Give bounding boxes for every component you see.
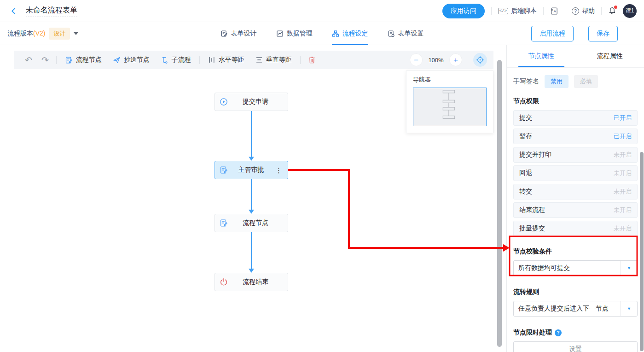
signature-required-option[interactable]: 必填 — [574, 75, 598, 88]
cc-node-icon — [113, 56, 121, 64]
tab-flow-properties[interactable]: 流程属性 — [575, 45, 644, 67]
app-access-button[interactable]: 应用访问 — [442, 4, 485, 18]
chevron-down-icon: ▼ — [621, 261, 637, 276]
signature-label: 手写签名 — [513, 77, 539, 86]
avatar[interactable]: 谭1 — [623, 4, 637, 18]
panel-vertical-scrollbar[interactable] — [640, 152, 644, 351]
flow-setting-icon — [332, 30, 339, 37]
node-label: 主管审批 — [228, 166, 274, 174]
canvas-vertical-scrollbar[interactable] — [497, 60, 502, 347]
flow-canvas[interactable]: ↶ ↷ 流程节点 抄送节点 — [0, 45, 506, 352]
horizontal-space-icon — [208, 56, 215, 64]
permission-status: 已开启 — [614, 114, 632, 122]
divider — [565, 7, 565, 15]
navigator-title: 导航器 — [413, 76, 487, 84]
node-label: 提交申请 — [228, 98, 283, 106]
page-title[interactable]: 未命名流程表单 — [26, 5, 77, 17]
divider — [300, 56, 301, 64]
redo-button[interactable]: ↷ — [37, 56, 53, 65]
save-button[interactable]: 保存 — [588, 26, 618, 41]
navigator-panel: 导航器 — [406, 70, 493, 133]
flow-node-icon — [65, 56, 73, 64]
permission-row-submit[interactable]: 提交 已开启 — [513, 110, 638, 126]
version-label: 流程版本(V2) — [7, 29, 45, 38]
permission-status: 未开启 — [614, 188, 632, 196]
horizontal-space-button[interactable]: 水平等距 — [203, 56, 250, 64]
trash-icon — [308, 56, 316, 64]
sub-flow-icon — [161, 56, 168, 64]
fit-view-button[interactable] — [473, 53, 487, 67]
tab-form-settings[interactable]: 表单设置 — [388, 22, 424, 45]
help-button[interactable]: ? 帮助 — [572, 7, 595, 15]
node-label: 流程结束 — [228, 278, 283, 286]
api-library-button[interactable]: A — [550, 7, 558, 15]
design-badge[interactable]: 设计 — [49, 28, 70, 40]
tab-flow-setting[interactable]: 流程设定 — [332, 22, 368, 45]
node-start[interactable]: 提交申请 — [215, 93, 288, 111]
node-label: 流程节点 — [228, 219, 283, 227]
validation-select[interactable]: 所有数据均可提交 ▼ — [513, 260, 638, 276]
node-approval-selected[interactable]: 主管审批 ⋮ — [215, 161, 288, 179]
tab-form-design[interactable]: 表单设计 — [220, 22, 257, 45]
data-manage-icon — [276, 30, 284, 37]
backend-script-button[interactable]: </> 后端脚本 — [498, 7, 537, 15]
tab-node-properties[interactable]: 节点属性 — [507, 45, 575, 67]
tab-data-manage[interactable]: 数据管理 — [276, 22, 313, 45]
form-node-icon — [220, 166, 228, 174]
permission-row-end-flow[interactable]: 结束流程 未开启 — [513, 202, 638, 218]
undo-button[interactable]: ↶ — [20, 56, 37, 65]
permission-row-save-draft[interactable]: 暂存 已开启 — [513, 129, 638, 144]
canvas-toolbar: ↶ ↷ 流程节点 抄送节点 — [14, 51, 493, 69]
navigator-minimap[interactable] — [413, 88, 487, 126]
enable-flow-button[interactable]: 启用流程 — [531, 26, 574, 41]
permission-status: 未开启 — [614, 224, 632, 233]
time-limit-title: 节点限时处理 ? — [513, 329, 638, 337]
api-library-icon: A — [550, 7, 558, 15]
play-circle-icon — [220, 98, 228, 106]
help-tooltip-icon[interactable]: ? — [555, 329, 562, 336]
zoom-in-button[interactable]: + — [449, 53, 462, 66]
form-node-icon — [220, 219, 228, 227]
permission-row-batch-submit[interactable]: 批量提交 未开启 — [513, 221, 638, 236]
notification-badge — [614, 6, 617, 9]
signature-setting-row: 手写签名 禁用 必填 — [513, 75, 638, 88]
notifications-button[interactable] — [608, 6, 616, 15]
divider — [56, 56, 57, 64]
divider — [199, 56, 200, 64]
version-tag: (V2) — [33, 29, 45, 37]
permission-row-submit-print[interactable]: 提交并打印 未开启 — [513, 147, 638, 163]
svg-text:A: A — [554, 9, 557, 13]
main-tabs: 表单设计 数据管理 流程设定 表单设置 — [220, 22, 424, 45]
delete-button[interactable] — [303, 56, 320, 64]
node-menu-button[interactable]: ⋮ — [274, 167, 283, 174]
divider — [601, 7, 602, 15]
chevron-down-icon: ▼ — [621, 301, 637, 316]
flow-version: 流程版本(V2) 设计 — [7, 28, 78, 40]
vertical-space-button[interactable]: 垂直等距 — [250, 56, 297, 64]
redo-icon: ↷ — [41, 56, 49, 65]
permissions-title: 节点权限 — [513, 97, 638, 106]
crosshair-icon — [476, 56, 484, 64]
sub-header: 流程版本(V2) 设计 表单设计 数据管理 — [0, 22, 644, 45]
form-settings-icon — [388, 30, 395, 37]
properties-panel: 节点属性 流程属性 手写签名 禁用 必填 节点权限 提交 已开启 暂存 已开启 … — [506, 45, 644, 352]
back-button[interactable] — [8, 6, 19, 17]
divider — [543, 7, 544, 15]
signature-disable-option[interactable]: 禁用 — [545, 75, 569, 88]
add-sub-flow-button[interactable]: 子流程 — [155, 56, 197, 64]
permission-status: 已开启 — [614, 132, 632, 141]
version-dropdown-caret[interactable] — [74, 32, 78, 35]
permission-row-rollback[interactable]: 回退 未开启 — [513, 165, 638, 181]
back-chevron-icon — [10, 7, 18, 15]
top-header: 未命名流程表单 应用访问 </> 后端脚本 A ? 帮助 — [0, 0, 644, 22]
node-flow[interactable]: 流程节点 — [215, 214, 288, 232]
add-cc-node-button[interactable]: 抄送节点 — [107, 56, 155, 64]
zoom-level: 100% — [427, 57, 445, 64]
zoom-out-button[interactable]: − — [410, 53, 423, 66]
validation-title: 节点校验条件 — [513, 247, 638, 256]
flow-rule-select[interactable]: 任意负责人提交后进入下一节点 ▼ — [513, 301, 638, 317]
node-end[interactable]: 流程结束 — [215, 273, 288, 291]
add-flow-node-button[interactable]: 流程节点 — [59, 56, 107, 64]
time-limit-settings-button[interactable]: 设置 — [513, 341, 638, 352]
permission-row-transfer[interactable]: 转交 未开启 — [513, 184, 638, 199]
